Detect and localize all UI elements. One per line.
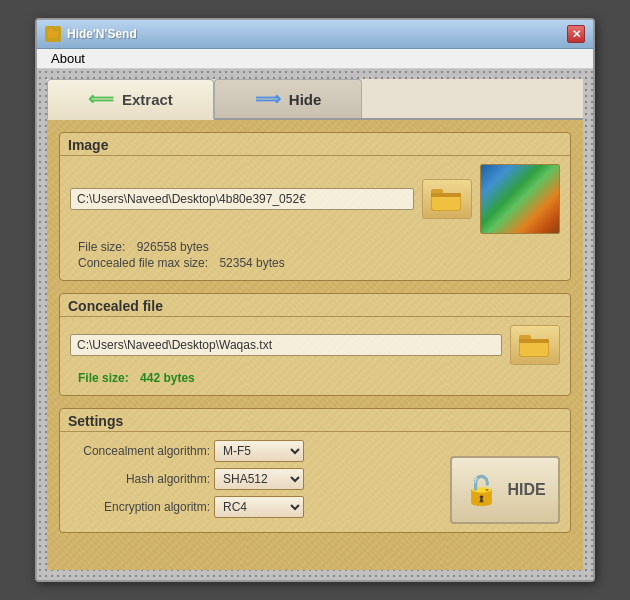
concealed-filesize-row: File size: 442 bytes <box>70 371 560 385</box>
image-section-header: Image <box>60 133 570 156</box>
concealment-label: Concealment algorithm: <box>70 444 210 458</box>
svg-rect-1 <box>49 29 53 32</box>
concealment-row: Concealment algorithm: M-F5 F5 LSB <box>70 440 434 462</box>
image-concealed-value: 52354 bytes <box>219 256 284 270</box>
image-file-input[interactable] <box>70 188 414 210</box>
image-filesize-label: File size: <box>78 240 125 254</box>
hide-button-label: HIDE <box>507 481 545 499</box>
tab-extract[interactable]: ⟸ Extract <box>47 79 214 120</box>
menu-item-about[interactable]: About <box>45 49 91 68</box>
tab-bar: ⟸ Extract ⟹ Hide <box>47 79 583 120</box>
concealed-filesize-value: 442 bytes <box>140 371 195 385</box>
tab-hide[interactable]: ⟹ Hide <box>214 79 363 118</box>
svg-rect-5 <box>431 193 461 197</box>
tab-container: ⟸ Extract ⟹ Hide Image <box>47 79 583 570</box>
concealment-select[interactable]: M-F5 F5 LSB <box>214 440 304 462</box>
image-preview <box>480 164 560 234</box>
image-filesize-row: File size: 926558 bytes <box>70 240 560 254</box>
folder-icon-2 <box>519 331 551 359</box>
hash-row: Hash algorithm: SHA512 SHA256 MD5 <box>70 468 434 490</box>
extract-arrow-icon: ⟸ <box>88 88 114 110</box>
main-content: Image <box>47 120 583 570</box>
content-area: ⟸ Extract ⟹ Hide Image <box>37 69 593 580</box>
concealed-filesize-label: File size: <box>78 371 129 385</box>
window-title: Hide'N'Send <box>67 27 137 41</box>
image-concealed-row: Concealed file max size: 52354 bytes <box>70 256 560 270</box>
concealed-section-body: File size: 442 bytes <box>60 317 570 395</box>
concealed-file-row <box>70 325 560 365</box>
image-folder-button[interactable] <box>422 179 472 219</box>
hash-label: Hash algorithm: <box>70 472 210 486</box>
concealed-file-input[interactable] <box>70 334 502 356</box>
settings-form: Concealment algorithm: M-F5 F5 LSB Hash … <box>70 440 434 524</box>
tab-extract-label: Extract <box>122 91 173 108</box>
concealed-section: Concealed file <box>59 293 571 396</box>
svg-rect-0 <box>48 31 58 38</box>
settings-grid: Concealment algorithm: M-F5 F5 LSB Hash … <box>70 440 560 524</box>
image-filesize-value: 926558 bytes <box>137 240 209 254</box>
settings-section: Settings Concealment algorithm: M-F5 F5 … <box>59 408 571 533</box>
hide-arrow-icon: ⟹ <box>255 88 281 110</box>
title-bar-left: Hide'N'Send <box>45 26 137 42</box>
settings-section-body: Concealment algorithm: M-F5 F5 LSB Hash … <box>60 432 570 532</box>
image-file-row <box>70 164 560 234</box>
concealed-section-header: Concealed file <box>60 294 570 317</box>
main-window: Hide'N'Send ✕ About ⟸ Extract ⟹ Hide <box>35 18 595 582</box>
menu-bar: About <box>37 49 593 69</box>
hide-button[interactable]: 🔓 HIDE <box>450 456 560 524</box>
encryption-label: Encryption algoritm: <box>70 500 210 514</box>
image-section-body: File size: 926558 bytes Concealed file m… <box>60 156 570 280</box>
encryption-row: Encryption algoritm: RC4 AES None <box>70 496 434 518</box>
encryption-select[interactable]: RC4 AES None <box>214 496 304 518</box>
concealed-folder-button[interactable] <box>510 325 560 365</box>
folder-icon <box>431 185 463 213</box>
close-button[interactable]: ✕ <box>567 25 585 43</box>
hash-select[interactable]: SHA512 SHA256 MD5 <box>214 468 304 490</box>
image-section: Image <box>59 132 571 281</box>
svg-rect-9 <box>519 339 549 343</box>
parrot-image <box>481 165 560 234</box>
lock-icon: 🔓 <box>464 474 499 507</box>
settings-section-header: Settings <box>60 409 570 432</box>
image-concealed-label: Concealed file max size: <box>78 256 208 270</box>
tab-hide-label: Hide <box>289 91 322 108</box>
title-bar: Hide'N'Send ✕ <box>37 20 593 49</box>
app-icon <box>45 26 61 42</box>
